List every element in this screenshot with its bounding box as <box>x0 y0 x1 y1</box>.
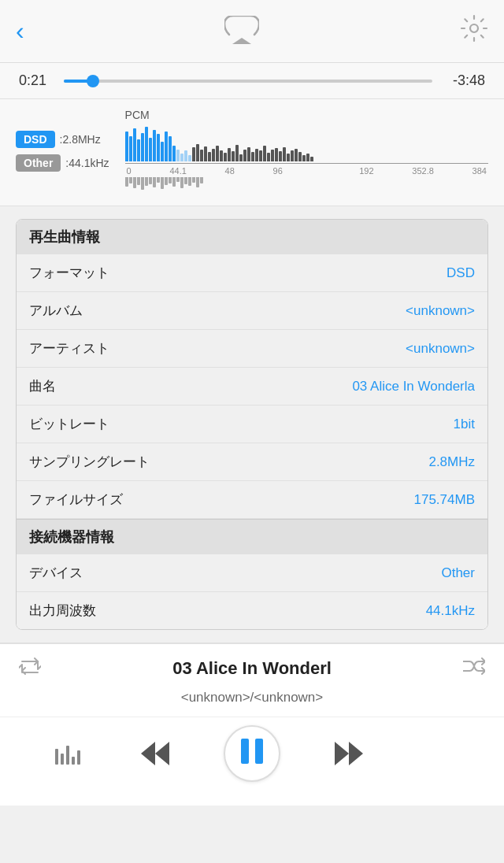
pcm-bar <box>161 142 164 161</box>
pcm-bar <box>259 150 262 161</box>
pcm-bar <box>251 152 254 161</box>
pcm-axis: 0 44.1 48 96 192 352.8 384 <box>125 166 488 176</box>
pcm-bar <box>212 149 215 161</box>
bitrate-label: ビットレート <box>29 415 454 433</box>
output-freq-value: 44.1kHz <box>426 603 475 619</box>
pcm-bar <box>271 150 274 161</box>
samplerate-label: サンプリングレート <box>29 453 428 471</box>
previous-button[interactable] <box>135 734 175 773</box>
output-freq-label: 出力周波数 <box>29 602 426 620</box>
svg-marker-0 <box>232 38 251 44</box>
pcm-bar <box>208 152 211 161</box>
title-value: 03 Alice In Wonderla <box>352 379 475 394</box>
pause-icon <box>241 739 263 769</box>
format-row: フォーマット DSD <box>17 254 487 292</box>
format-labels: DSD :2.8MHz Other :44.1kHz <box>16 109 109 172</box>
header: ‹ <box>0 0 504 63</box>
pcm-bar <box>283 147 286 161</box>
title-row: 曲名 03 Alice In Wonderla <box>17 368 487 406</box>
pcm-bar <box>298 152 302 161</box>
now-playing-section: 03 Alice In Wonderl <unknown>/<unknown> <box>0 643 504 717</box>
title-label: 曲名 <box>29 377 352 395</box>
pcm-bar <box>275 148 278 161</box>
now-playing-artist: <unknown>/<unknown> <box>0 687 504 717</box>
artist-label: アーティスト <box>29 339 406 357</box>
filesize-label: ファイルサイズ <box>29 491 414 509</box>
next-button[interactable] <box>329 734 369 773</box>
pcm-bar <box>137 139 140 161</box>
pcm-bar <box>204 146 207 161</box>
svg-marker-11 <box>349 742 363 765</box>
progress-track[interactable] <box>64 80 432 83</box>
dsd-freq: :2.8MHz <box>60 133 101 146</box>
format-label: フォーマット <box>29 264 447 282</box>
pcm-bottom-bars <box>125 176 488 191</box>
shuffle-icon[interactable] <box>460 657 488 680</box>
pcm-bar <box>243 150 246 161</box>
pcm-bar <box>247 147 250 161</box>
album-value: <unknown> <box>406 303 475 319</box>
pcm-bar <box>267 153 270 161</box>
pcm-bar <box>149 138 152 161</box>
device-info-header: 接続機器情報 <box>17 519 487 554</box>
airplay-icon[interactable] <box>224 16 259 47</box>
controls <box>0 717 504 806</box>
svg-marker-6 <box>155 742 169 765</box>
pcm-bar <box>279 151 282 161</box>
pcm-bar <box>216 146 219 161</box>
pcm-bar <box>306 154 309 161</box>
now-playing-title: 03 Alice In Wonderl <box>44 658 460 679</box>
pcm-bar <box>125 131 128 161</box>
remaining-time: -3:48 <box>442 72 485 89</box>
output-freq-row: 出力周波数 44.1kHz <box>17 592 487 629</box>
artist-value: <unknown> <box>406 341 475 357</box>
pcm-bar <box>287 154 290 161</box>
album-label: アルバム <box>29 302 406 320</box>
pcm-bar <box>291 150 294 161</box>
pcm-bar <box>157 134 160 161</box>
format-section: DSD :2.8MHz Other :44.1kHz PCM <box>0 99 504 206</box>
progress-thumb[interactable] <box>87 75 99 87</box>
pcm-bar <box>232 151 235 161</box>
artist-row: アーティスト <unknown> <box>17 330 487 368</box>
filesize-row: ファイルサイズ 175.74MB <box>17 481 487 519</box>
filesize-value: 175.74MB <box>414 492 476 508</box>
pcm-bar <box>172 146 176 161</box>
pcm-bars <box>125 124 488 164</box>
play-pause-button[interactable] <box>224 725 280 782</box>
equalizer-icon <box>55 743 80 765</box>
pcm-bar <box>302 155 306 161</box>
pcm-bar <box>255 149 258 161</box>
progress-section: 0:21 -3:48 <box>0 63 504 99</box>
pcm-bar <box>184 150 187 161</box>
current-time: 0:21 <box>19 72 54 89</box>
device-row: デバイス Other <box>17 554 487 592</box>
svg-marker-10 <box>335 742 349 765</box>
settings-button[interactable] <box>460 14 488 48</box>
pcm-bar <box>196 144 199 161</box>
pcm-bar <box>133 128 136 161</box>
svg-marker-7 <box>141 742 155 765</box>
pcm-bar <box>192 147 195 161</box>
back-button[interactable]: ‹ <box>16 17 24 46</box>
equalizer-button[interactable] <box>48 734 87 773</box>
bitrate-value: 1bit <box>454 417 475 432</box>
pcm-bar <box>295 149 298 161</box>
other-label: Other <box>16 154 61 172</box>
format-value: DSD <box>447 265 475 281</box>
svg-point-1 <box>470 24 478 32</box>
repeat-icon[interactable] <box>16 657 44 680</box>
samplerate-value: 2.8MHz <box>428 454 475 470</box>
pcm-bar <box>200 150 203 161</box>
samplerate-row: サンプリングレート 2.8MHz <box>17 443 487 481</box>
pcm-bar <box>165 131 168 161</box>
pcm-bar <box>239 154 243 161</box>
info-section: 再生曲情報 フォーマット DSD アルバム <unknown> アーティスト <… <box>16 219 488 630</box>
track-info-header: 再生曲情報 <box>17 220 487 254</box>
other-freq: :44.1kHz <box>65 157 109 169</box>
pcm-bar <box>176 150 180 161</box>
svg-rect-8 <box>241 739 249 764</box>
pcm-label: PCM <box>125 109 488 121</box>
pcm-bar <box>141 133 144 161</box>
pcm-chart: PCM <box>125 109 488 191</box>
